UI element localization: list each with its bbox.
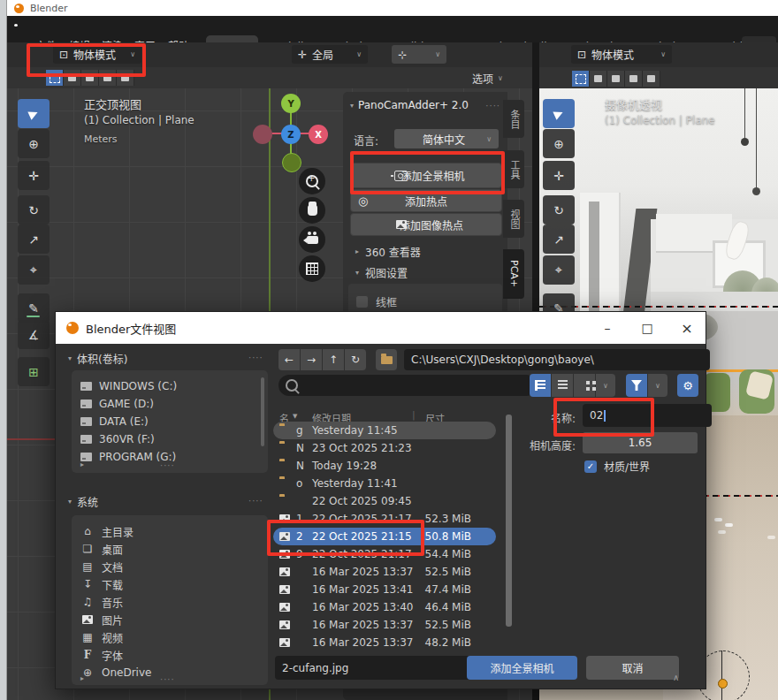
select-mode-new-button[interactable] [572, 71, 590, 87]
sidebar-tab-item[interactable]: 条目 [503, 100, 524, 138]
system-item-videos[interactable]: ▦视频 [80, 628, 257, 646]
mode-dropdown-right[interactable]: ⊡ 物体模式 ∨ [571, 45, 672, 64]
back-button[interactable]: ← [278, 349, 300, 370]
file-row[interactable]: 16 Mar 2025 13:3748.2 MiB [273, 634, 496, 651]
drag-dots[interactable] [248, 351, 263, 363]
file-row[interactable]: gYesterday 11:45 [273, 422, 496, 439]
confirm-add-pano-camera-button[interactable]: 添加全景相机 [467, 656, 577, 680]
material-world-checkbox-row[interactable]: ✓ 材质/世界 [584, 459, 650, 474]
filter-options-dropdown[interactable]: ∨ [648, 374, 667, 397]
gizmo-neg-y-ball[interactable] [282, 153, 301, 172]
maximize-button[interactable]: □ [637, 317, 658, 339]
gizmo-z-ball[interactable]: Z [281, 125, 301, 144]
filter-button[interactable] [626, 374, 647, 397]
volumes-section-header[interactable]: ▾ 体积(卷标) [68, 351, 127, 366]
wireframe-checkbox-row[interactable]: 线框 [355, 294, 397, 309]
refresh-button[interactable]: ↻ [345, 349, 366, 370]
view-options-dropdown[interactable]: ∨ [596, 374, 615, 397]
search-input[interactable] [278, 375, 537, 396]
cursor-tool-button[interactable]: ⊕ [543, 129, 575, 158]
system-item-home[interactable]: ⌂主目录 [80, 522, 257, 540]
snap-target-dropdown[interactable]: ⊹ ∨ [392, 45, 446, 64]
volume-item[interactable]: GAME (D:) [80, 395, 257, 413]
sidebar-tab-tool[interactable]: 工具 [503, 150, 524, 188]
drag-dots[interactable] [160, 459, 175, 471]
volume-item[interactable]: WINDOWS (C:) [80, 377, 257, 395]
transform-tool-button[interactable]: ⌖ [18, 255, 50, 285]
up-button[interactable]: ↑ [323, 349, 344, 370]
expand-icon[interactable]: ▸ [80, 674, 84, 682]
gizmo-x-ball[interactable]: X [309, 125, 328, 144]
scale-tool-button[interactable]: ↗ [543, 224, 575, 254]
camera-view-button[interactable] [299, 226, 325, 253]
system-item-music[interactable]: ♫音乐 [80, 593, 257, 611]
system-item-documents[interactable]: ▤文档 [80, 558, 257, 575]
pan-button[interactable] [299, 197, 325, 224]
toggle-grid-button[interactable] [299, 255, 325, 282]
select-mode-subtract-button[interactable] [607, 71, 625, 87]
section-360-viewer[interactable]: ▸ 360 查看器 [355, 244, 421, 259]
view-detailed-list-button[interactable] [552, 374, 573, 397]
new-folder-button[interactable] [376, 349, 397, 370]
cursor-tool-button[interactable]: ⊕ [18, 129, 50, 158]
rotate-tool-button[interactable]: ↻ [18, 195, 50, 224]
file-row[interactable]: N23 Oct 2025 21:23 [273, 439, 496, 457]
rotate-tool-button[interactable]: ↻ [543, 195, 575, 224]
dialog-title-bar[interactable]: Blender文件视图 – □ × [56, 312, 706, 344]
wireframe-checkbox[interactable] [355, 295, 369, 308]
select-mode-invert-button[interactable] [625, 71, 643, 87]
scale-tool-button[interactable]: ↗ [18, 224, 50, 254]
filename-input[interactable]: 2-cufang.jpg [275, 656, 473, 680]
view-vertical-list-button[interactable] [530, 374, 551, 397]
close-button[interactable]: × [676, 317, 698, 339]
system-section-header[interactable]: ▾ 系统 [68, 494, 98, 509]
measure-tool-button[interactable]: ∡ [18, 320, 50, 349]
gizmo-neg-x-ball[interactable] [253, 125, 272, 144]
language-dropdown[interactable]: 简体中文 ∨ [394, 129, 499, 148]
origin-point[interactable] [718, 679, 728, 689]
add-cube-tool-button[interactable]: ⊞ [18, 357, 50, 386]
add-image-hotspot-button[interactable]: 添加图像热点 [350, 213, 502, 236]
select-box-tool-button[interactable] [543, 99, 575, 128]
drag-dots[interactable] [160, 673, 175, 685]
drag-dots[interactable] [485, 99, 500, 111]
drag-dots[interactable] [248, 494, 263, 506]
minimize-button[interactable]: – [597, 317, 618, 339]
file-row[interactable]: oYesterday 11:41 [273, 475, 496, 492]
material-world-checkbox[interactable]: ✓ [584, 460, 597, 473]
sidebar-tab-pca[interactable]: PCA+ [503, 249, 524, 299]
cancel-button[interactable]: 取消 [586, 656, 679, 680]
system-item-fonts[interactable]: F字体 [80, 646, 257, 664]
system-item-downloads[interactable]: ↧下载 [80, 575, 257, 593]
file-row[interactable]: 22 Oct 2025 09:45 [273, 492, 496, 510]
file-row[interactable]: 16 Mar 2025 13:3752.5 MiB [273, 616, 496, 634]
file-list-scrollbar[interactable] [506, 415, 512, 627]
panel-header[interactable]: ▾ PanoCamAdder+ 2.0 [350, 99, 500, 111]
expand-icon[interactable]: ▸ [80, 460, 84, 468]
move-tool-button[interactable]: ✛ [18, 161, 50, 190]
path-field[interactable]: C:\Users\CXJ\Desktop\gong\baoye\ [404, 349, 710, 370]
sidebar-tab-view[interactable]: 视图 [503, 200, 524, 238]
file-row[interactable]: 16 Mar 2025 13:3752.5 MiB [273, 563, 496, 581]
gizmo-y-ball[interactable]: Y [281, 94, 301, 113]
view-thumbnails-button[interactable] [574, 374, 595, 397]
select-mode-extend-button[interactable] [590, 71, 607, 87]
file-row[interactable]: 16 Mar 2025 13:4147.4 MiB [273, 581, 496, 598]
volume-item[interactable]: DATA (E:) [80, 413, 257, 430]
expand-up-icon[interactable]: ∧ [673, 673, 679, 682]
system-item-desktop[interactable]: ❏桌面 [80, 540, 257, 558]
select-box-tool-button[interactable] [18, 99, 50, 128]
system-item-pictures[interactable]: 图片 [80, 611, 257, 628]
file-row[interactable]: NToday 19:28 [273, 457, 496, 475]
section-view-settings[interactable]: ▾ 视图设置 [355, 265, 408, 280]
file-row[interactable]: 16 Mar 2025 13:4046.4 MiB [273, 598, 496, 616]
zoom-button[interactable] [299, 168, 325, 194]
orientation-dropdown[interactable]: ✛ 全局 ∨ [292, 45, 368, 64]
settings-gear-button[interactable]: ⚙ [677, 374, 698, 397]
forward-button[interactable]: → [301, 349, 322, 370]
options-dropdown[interactable]: 选项∨ [472, 71, 503, 86]
move-tool-button[interactable]: ✛ [543, 161, 575, 190]
transform-tool-button[interactable]: ⌖ [543, 255, 575, 285]
annotate-tool-button[interactable]: ✎ [18, 293, 50, 323]
select-mode-intersect-button[interactable] [643, 71, 660, 87]
